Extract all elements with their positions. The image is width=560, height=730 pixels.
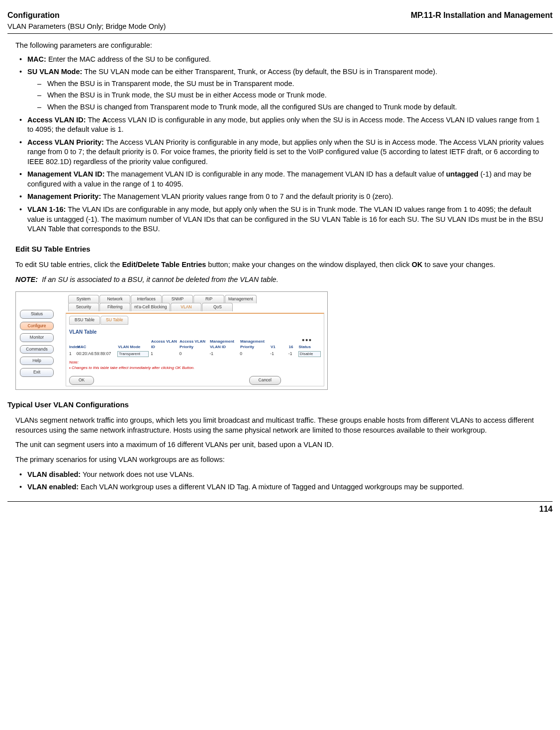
ui-sidebar: Status Configure Monitor Commands Help E… xyxy=(20,310,54,377)
edit-su-heading: Edit SU Table Entries xyxy=(7,244,545,254)
cell-v16[interactable]: -1 xyxy=(288,351,296,357)
cell-status-select[interactable]: Disable xyxy=(298,351,321,358)
tab-qos[interactable]: QoS xyxy=(202,303,233,311)
cell-v1[interactable]: -1 xyxy=(270,351,278,357)
edit-p1-pre: To edit SU table entries, click the xyxy=(15,261,122,269)
param-mac-text: Enter the MAC address of the SU to be co… xyxy=(46,55,211,63)
hdr-v1: V1 xyxy=(271,345,279,350)
ui-sub-tabs: BSU Table SU Table xyxy=(69,316,321,324)
param-access-vlan-priority: Access VLAN Priority: The Access VLAN Pr… xyxy=(15,138,545,167)
sidebar-monitor-button[interactable]: Monitor xyxy=(20,333,54,342)
panel-title: VLAN Table xyxy=(69,329,321,336)
table-row: 1 00:20:A6:59:89:07 Transparent 1 0 -1 0… xyxy=(69,351,321,358)
param-su-vlan-mode: SU VLAN Mode: The SU VLAN mode can be ei… xyxy=(15,67,545,112)
param-v116-text: The VLAN IDs are configurable in any mod… xyxy=(27,205,543,233)
tab-rip[interactable]: RIP xyxy=(193,295,224,303)
hdr-access-vlan-id: Access VLAN ID xyxy=(151,339,178,350)
sidebar-configure-button[interactable]: Configure xyxy=(20,322,54,330)
param-su-vlan-mode-label: SU VLAN Mode: xyxy=(27,68,82,76)
cell-mvp[interactable]: 0 xyxy=(240,351,268,357)
scenario-enabled-text: Each VLAN workgroup uses a different VLA… xyxy=(79,483,464,491)
edit-p1-post: to save your changes. xyxy=(423,261,495,269)
dash-item: When the BSU is in Trunk mode, the SU mu… xyxy=(27,91,545,100)
dash-item: When the BSU is in Transparent mode, the… xyxy=(27,79,545,89)
su-vlan-mode-dashes: When the BSU is in Transparent mode, the… xyxy=(27,79,545,112)
typical-p1: VLANs segment network traffic into group… xyxy=(15,416,545,435)
param-list: MAC: Enter the MAC address of the SU to … xyxy=(15,55,545,234)
hdr-mgmt-vlan-id: Management VLAN ID xyxy=(210,339,238,350)
tab-system[interactable]: System xyxy=(68,295,99,303)
param-access-vlan-id: Access VLAN ID: The Access VLAN ID is co… xyxy=(15,115,545,135)
param-mac: MAC: Enter the MAC address of the SU to … xyxy=(15,55,545,65)
param-su-vlan-mode-text: The SU VLAN mode can be either Transpare… xyxy=(82,68,437,76)
cancel-button[interactable]: Cancel xyxy=(249,376,281,384)
param-mvid-boldmid: untagged xyxy=(446,170,478,178)
cell-mvid[interactable]: -1 xyxy=(209,351,238,357)
tab-security[interactable]: Security xyxy=(68,303,99,311)
typical-heading: Typical User VLAN Configurations xyxy=(7,400,545,410)
edit-p1-b1: Edit/Delete Table Entries xyxy=(122,261,206,269)
cell-avp[interactable]: 0 xyxy=(179,351,207,357)
ui-panel: BSU Table SU Table VLAN Table Index MAC … xyxy=(66,313,324,386)
note-line: NOTE: If an SU is associated to a BSU, i… xyxy=(15,275,545,285)
subtab-bsu-table[interactable]: BSU Table xyxy=(69,316,100,324)
button-row: OK Cancel xyxy=(69,376,321,384)
edit-su-paragraph: To edit SU table entries, click the Edit… xyxy=(15,260,545,270)
panel-note-body: • Changes to this table take effect imme… xyxy=(69,365,194,370)
ui-row2-tabs: Security Filtering nt'a-Cell Blocking VL… xyxy=(68,303,233,311)
vlan-scenario-list: VLAN disabled: Your network does not use… xyxy=(15,470,545,492)
intro-paragraph: The following parameters are configurabl… xyxy=(15,41,545,51)
note-text: If an SU is associated to a BSU, it cann… xyxy=(42,275,279,283)
table-header: Index MAC VLAN Mode Access VLAN ID Acces… xyxy=(69,339,321,350)
param-mgmt-priority: Management Priority: The Management VLAN… xyxy=(15,192,545,202)
hdr-access-vlan-priority: Access VLAN Priority xyxy=(180,339,208,350)
param-access-vlan-id-label: Access VLAN ID: xyxy=(27,116,86,124)
scenario-disabled-text: Your network does not use VLANs. xyxy=(81,470,194,478)
tab-snmp[interactable]: SNMP xyxy=(162,295,193,303)
page-number: 114 xyxy=(7,504,553,515)
param-avp-text: The Access VLAN Priority is configurable… xyxy=(27,138,544,166)
sidebar-commands-button[interactable]: Commands xyxy=(20,345,54,354)
ellipsis-icon: ••• xyxy=(302,336,312,345)
param-avp-label: Access VLAN Priority: xyxy=(27,138,104,146)
sidebar-help-button[interactable]: Help xyxy=(20,357,54,365)
hdr-v16: 16 xyxy=(288,345,296,350)
hdr-index: Index xyxy=(69,345,75,350)
header-left-title: Configuration xyxy=(7,10,60,21)
panel-note-title: Note: xyxy=(69,360,79,365)
sidebar-exit-button[interactable]: Exit xyxy=(20,368,54,376)
tab-filtering[interactable]: Filtering xyxy=(99,303,130,311)
param-avid-pre: The xyxy=(86,116,102,124)
cell-avid[interactable]: 1 xyxy=(151,351,177,357)
scenario-disabled-label: VLAN disabled: xyxy=(27,470,81,478)
dash-item: When the BSU is changed from Transparent… xyxy=(27,102,545,112)
subtab-su-table[interactable]: SU Table xyxy=(100,316,128,324)
rule-top xyxy=(7,33,553,34)
param-mvp-label: Management Priority: xyxy=(27,192,101,200)
tab-management[interactable]: Management xyxy=(225,295,257,303)
tab-intracell-blocking[interactable]: nt'a-Cell Blocking xyxy=(131,303,170,311)
typical-p3: The primary scenarios for using VLAN wor… xyxy=(15,455,545,465)
scenario-enabled-label: VLAN enabled: xyxy=(27,483,79,491)
rule-bottom xyxy=(7,501,553,502)
cell-index: 1 xyxy=(69,351,75,357)
hdr-mode: VLAN Mode xyxy=(118,345,149,350)
param-mvid-label: Management VLAN ID: xyxy=(27,170,105,178)
param-mvid-pre: The management VLAN ID is configurable i… xyxy=(105,170,446,178)
vlan-edit-screenshot: System Network Interfaces SNMP RIP Manag… xyxy=(15,291,328,390)
note-label: NOTE: xyxy=(15,275,38,283)
param-mac-label: MAC: xyxy=(27,55,46,63)
header-subtitle: VLAN Parameters (BSU Only; Bridge Mode O… xyxy=(7,22,553,32)
tab-network[interactable]: Network xyxy=(99,295,130,303)
ok-button[interactable]: OK xyxy=(69,376,94,384)
param-vlan-1-16: VLAN 1-16: The VLAN IDs are configurable… xyxy=(15,205,545,234)
cell-mac: 00:20:A6:59:89:07 xyxy=(77,351,115,357)
sidebar-status-button[interactable]: Status xyxy=(20,310,54,318)
scenario-enabled: VLAN enabled: Each VLAN workgroup uses a… xyxy=(15,482,545,492)
cell-mode-select[interactable]: Transparent xyxy=(117,351,149,358)
tab-interfaces[interactable]: Interfaces xyxy=(131,295,162,303)
hdr-mgmt-priority: Management Priority xyxy=(240,339,269,350)
hdr-status: Status xyxy=(299,345,321,350)
param-mvp-text: The Management VLAN priority values rang… xyxy=(101,192,393,200)
tab-vlan[interactable]: VLAN xyxy=(171,303,201,311)
